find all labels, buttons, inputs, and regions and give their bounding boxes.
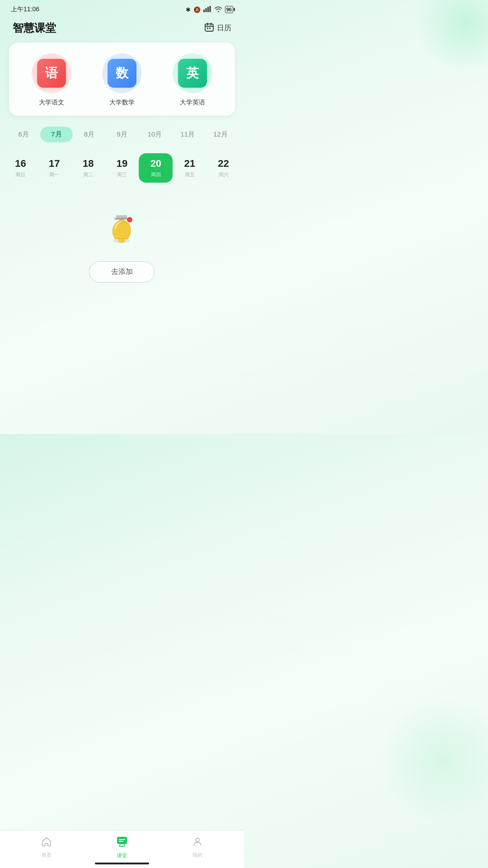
date-item-20[interactable]: 20 周四	[139, 153, 173, 183]
subject-name-english: 大学英语	[180, 99, 205, 107]
month-tab-6[interactable]: 6月	[7, 127, 40, 142]
svg-rect-5	[207, 28, 208, 29]
subject-card-container: 语 大学语文 数 大学数学 英 大学英语	[9, 42, 235, 116]
month-tab-11[interactable]: 11月	[171, 127, 204, 142]
bluetooth-icon: ✱	[186, 6, 191, 13]
subject-name-chinese: 大学语文	[39, 99, 64, 107]
svg-rect-11	[114, 218, 129, 220]
status-time: 上午11:06	[11, 5, 39, 14]
subject-icon-chinese: 语	[37, 59, 66, 88]
svg-rect-3	[209, 6, 211, 12]
page-title: 智慧课堂	[13, 21, 56, 35]
add-schedule-button[interactable]: 去添加	[89, 261, 155, 283]
status-icons: ✱ 🔕 96	[186, 6, 233, 14]
date-item-21[interactable]: 21 周五	[173, 153, 206, 183]
subject-item-chinese[interactable]: 语 大学语文	[32, 53, 71, 107]
wifi-icon	[214, 6, 222, 14]
calendar-label: 日历	[217, 24, 231, 33]
month-tab-9[interactable]: 9月	[106, 127, 139, 142]
alarm-icon: 🔕	[193, 6, 201, 13]
svg-rect-4	[205, 24, 213, 31]
bell-icon	[102, 208, 142, 250]
subject-icon-wrapper-math: 数	[102, 53, 142, 93]
month-tab-10[interactable]: 10月	[138, 127, 171, 142]
month-tab-12[interactable]: 12月	[204, 127, 237, 142]
calendar-icon	[204, 22, 214, 34]
subject-icon-wrapper-english: 英	[173, 53, 212, 93]
month-tabs: 6月 7月 8月 9月 10月 11月 12月	[0, 116, 244, 146]
svg-rect-6	[209, 28, 211, 29]
svg-rect-0	[203, 9, 205, 12]
date-item-22[interactable]: 22 周六	[206, 153, 240, 183]
date-item-17[interactable]: 17 周一	[38, 153, 71, 183]
subject-icon-english: 英	[178, 59, 207, 88]
date-item-19[interactable]: 19 周三	[105, 153, 139, 183]
subject-item-math[interactable]: 数 大学数学	[102, 53, 142, 107]
signal-icon	[203, 6, 211, 14]
battery-indicator: 96	[225, 6, 233, 13]
subject-name-math: 大学数学	[109, 99, 135, 107]
date-item-16[interactable]: 16 周日	[4, 153, 38, 183]
status-bar: 上午11:06 ✱ 🔕 96	[0, 0, 244, 17]
empty-state: 去添加	[0, 186, 244, 293]
svg-rect-2	[207, 7, 209, 12]
svg-point-9	[118, 239, 125, 242]
date-item-18[interactable]: 18 周二	[71, 153, 105, 183]
subject-icon-wrapper-chinese: 语	[32, 53, 71, 93]
subject-icon-math: 数	[108, 59, 136, 88]
svg-point-12	[127, 217, 132, 222]
month-tab-7[interactable]: 7月	[40, 127, 73, 142]
subject-item-english[interactable]: 英 大学英语	[173, 53, 212, 107]
date-row: 16 周日 17 周一 18 周二 19 周三 20 周四 21 周五 22 周…	[0, 146, 244, 186]
month-tab-8[interactable]: 8月	[73, 127, 106, 142]
header: 智慧课堂 日历	[0, 17, 244, 42]
calendar-button[interactable]: 日历	[204, 22, 231, 34]
svg-rect-1	[205, 8, 206, 12]
